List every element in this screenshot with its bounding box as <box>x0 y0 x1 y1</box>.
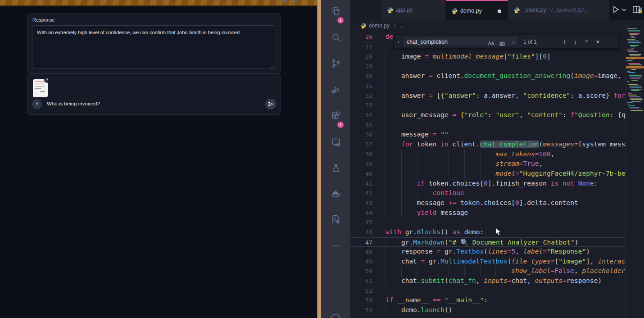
account-icon[interactable] <box>321 312 350 318</box>
line-number: 48 <box>350 247 372 257</box>
line-number: 55 <box>350 315 372 318</box>
mouse-cursor <box>495 227 502 236</box>
line-number: 43 <box>350 198 372 208</box>
code-line[interactable]: 48 response = gr.Textbox(lines=5, label=… <box>350 247 626 257</box>
code-line[interactable]: 30 answer = client.document_question_ans… <box>350 71 626 81</box>
editor-group: app.py demo.py _client.py~/.../python3.1… <box>350 0 644 318</box>
code-line[interactable]: 32 answer = [{"answer": a.answer, "confi… <box>350 91 626 101</box>
code-line[interactable]: 31 <box>350 81 626 91</box>
code-line[interactable]: 34 user_message = {"role": "user", "cont… <box>350 110 626 120</box>
line-number: 27 <box>350 42 372 52</box>
tab-app-py[interactable]: app.py <box>381 0 446 20</box>
find-query: chat_completion <box>407 39 448 45</box>
more-ellipsis-icon[interactable] <box>321 240 350 261</box>
find-widget: › chat_completion Aa ab .* 1 of 1 ↑ ↓ ≡ … <box>394 35 618 49</box>
line-number: 46 <box>350 227 372 237</box>
tab-label: app.py <box>396 7 413 13</box>
response-label: Response <box>32 17 55 23</box>
line-number: 34 <box>350 110 372 120</box>
response-textarea[interactable]: With an extremely high level of confiden… <box>32 25 276 68</box>
task-file-gear-icon[interactable] <box>321 214 350 235</box>
code-line[interactable]: 36 message = "" <box>350 130 626 140</box>
run-dropdown-chevron-icon[interactable] <box>621 7 627 13</box>
find-close-button[interactable]: × <box>596 38 599 45</box>
python-file-icon <box>360 23 367 29</box>
toggle-replace-chevron-icon[interactable]: › <box>395 39 403 45</box>
code-line[interactable]: 55 <box>350 315 626 318</box>
explorer-icon[interactable]: 1 <box>321 5 350 27</box>
multimodal-input-block: × + Who is being invoiced? <box>27 73 281 115</box>
line-number: 52 <box>350 286 372 296</box>
code-line[interactable]: 41 if token.choices[0].finish_reason is … <box>350 179 626 189</box>
tab-description: ~/.../python3.11/... <box>549 7 588 13</box>
split-editor-icon[interactable] <box>631 5 641 14</box>
line-number: 32 <box>350 91 372 101</box>
code-line[interactable]: 38 max_tokens=100, <box>350 150 626 159</box>
code-line[interactable]: 51 chat.submit(chat_fn, inputs=chat, out… <box>350 276 626 286</box>
find-next-button[interactable]: ↓ <box>574 38 577 45</box>
breadcrumb[interactable]: demo.py › ... <box>350 20 644 32</box>
line-number: 37 <box>350 140 372 150</box>
remote-explorer-icon[interactable] <box>321 136 350 158</box>
activity-bar: 1 1 <box>321 0 350 318</box>
code-line[interactable]: 50 show_label=False, placeholder= <box>350 266 626 276</box>
vscode-window: 1 1 <box>321 0 644 318</box>
run-button[interactable] <box>611 5 621 14</box>
line-number: 53 <box>350 295 372 305</box>
resize-handle-icon[interactable] <box>271 64 275 68</box>
modified-dot[interactable] <box>498 9 501 13</box>
tab-demo-py[interactable]: demo.py <box>446 0 508 20</box>
whole-word-toggle[interactable]: ab <box>499 38 505 48</box>
minimap[interactable] <box>626 20 644 318</box>
add-file-button[interactable]: + <box>32 99 42 109</box>
source-control-icon[interactable] <box>321 58 350 79</box>
find-input[interactable]: chat_completion Aa ab .* <box>403 36 519 47</box>
line-number: 49 <box>350 257 372 267</box>
code-line[interactable]: 37 for token in client.chat_completion(m… <box>350 140 626 150</box>
match-case-toggle[interactable]: Aa <box>488 38 494 48</box>
testing-flask-icon[interactable] <box>321 162 350 184</box>
extensions-icon[interactable]: 1 <box>321 110 350 132</box>
code-line[interactable]: 35 <box>350 120 626 130</box>
code-editor[interactable]: 26de2728 image = multimodal_message["fil… <box>350 32 626 318</box>
search-icon[interactable] <box>321 32 350 53</box>
line-number: 40 <box>350 169 372 179</box>
code-line[interactable]: 42 continue <box>350 188 626 198</box>
docker-icon[interactable] <box>321 188 350 210</box>
remove-attachment-button[interactable]: × <box>44 77 50 83</box>
code-line[interactable]: 33 <box>350 100 626 110</box>
chat-input-text[interactable]: Who is being invoiced? <box>47 101 100 106</box>
line-number: 54 <box>350 305 372 315</box>
code-line[interactable]: 47 gr.Markdown("# 🔍 Document Analyzer Ch… <box>350 237 626 247</box>
breadcrumb-file[interactable]: demo.py <box>369 23 390 29</box>
code-line[interactable]: 49 chat = gr.MultimodalTextbox(file_type… <box>350 257 626 267</box>
tab-bar: app.py demo.py _client.py~/.../python3.1… <box>350 0 644 20</box>
code-line[interactable]: 39 stream=True, <box>350 159 626 169</box>
find-previous-button[interactable]: ↑ <box>563 38 566 45</box>
window-divider-strip <box>317 0 321 318</box>
tab-label: _client.py~/.../python3.11/... <box>522 7 588 13</box>
line-number: 42 <box>350 188 372 198</box>
titlebar-artifact <box>295 0 297 2</box>
code-line[interactable]: 46with gr.Blocks() as demo: <box>350 227 626 237</box>
code-line[interactable]: 28 image = multimodal_message["files"][0… <box>350 52 626 62</box>
line-number: 41 <box>350 179 372 189</box>
code-line[interactable]: 45 <box>350 218 626 227</box>
send-button[interactable] <box>265 99 276 109</box>
screen: Response With an extremely high level of… <box>0 0 644 318</box>
run-debug-icon[interactable] <box>321 84 350 105</box>
code-line[interactable]: 54 demo.launch() <box>350 305 626 315</box>
breadcrumb-tail[interactable]: ... <box>400 23 404 29</box>
regex-toggle[interactable]: .* <box>512 38 515 48</box>
code-line[interactable]: 44 yield message <box>350 208 626 218</box>
find-in-selection-button[interactable]: ≡ <box>585 38 588 45</box>
code-line[interactable]: 43 message += token.choices[0].delta.con… <box>350 198 626 208</box>
code-line[interactable]: 52 <box>350 286 626 296</box>
line-number: 28 <box>350 52 372 62</box>
line-number: 38 <box>350 150 372 159</box>
tab-label: demo.py <box>460 8 482 14</box>
code-line[interactable]: 29 <box>350 62 626 72</box>
code-line[interactable]: 53if __name__ == "__main__": <box>350 295 626 305</box>
line-number: 31 <box>350 81 372 91</box>
code-line[interactable]: 40 model="HuggingFaceH4/zephyr-7b-beta <box>350 169 626 179</box>
